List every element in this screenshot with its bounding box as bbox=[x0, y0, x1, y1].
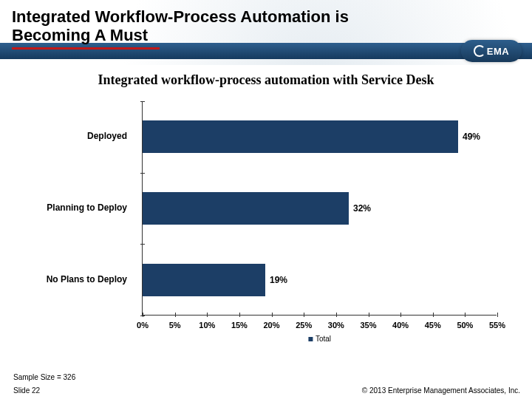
x-tick bbox=[497, 313, 498, 317]
x-tick-label: 0% bbox=[137, 321, 149, 330]
category-deployed: Deployed bbox=[38, 131, 127, 141]
x-tick bbox=[239, 313, 240, 317]
y-tick bbox=[140, 101, 145, 102]
x-tick-label: 15% bbox=[231, 321, 248, 330]
x-tick-label: 55% bbox=[489, 321, 505, 330]
x-tick bbox=[207, 313, 208, 317]
x-tick bbox=[465, 313, 466, 317]
bar-value-noplans: 19% bbox=[270, 275, 287, 285]
x-tick-label: 45% bbox=[425, 321, 441, 330]
x-tick bbox=[143, 313, 143, 317]
x-tick bbox=[272, 313, 273, 317]
x-tick-label: 30% bbox=[328, 321, 344, 330]
bar-row-deployed: 49% bbox=[143, 120, 480, 153]
x-tick bbox=[369, 313, 369, 317]
bar-row-planning: 32% bbox=[143, 192, 371, 225]
x-tick-label: 10% bbox=[199, 321, 215, 330]
x-tick bbox=[304, 313, 304, 317]
legend-label: Total bbox=[316, 335, 331, 343]
x-tick bbox=[433, 313, 434, 317]
plot-area: 49% Deployed 32% Planning to Deploy 19% … bbox=[142, 101, 497, 316]
chart-area: Integrated workflow-process automation w… bbox=[0, 66, 532, 338]
chart-title: Integrated workflow-process automation w… bbox=[0, 72, 532, 88]
y-tick bbox=[140, 173, 145, 174]
logo-swirl-icon bbox=[474, 45, 485, 57]
bar-value-planning: 32% bbox=[353, 203, 371, 214]
bar-noplans bbox=[143, 264, 265, 296]
x-tick-label: 40% bbox=[392, 321, 409, 330]
chart-legend: Total bbox=[308, 335, 331, 343]
x-tick-label: 20% bbox=[263, 321, 279, 330]
x-tick bbox=[400, 313, 401, 317]
bar-deployed bbox=[143, 120, 458, 153]
slide-header: Integrated Workflow-Process Automation i… bbox=[0, 0, 532, 65]
ema-logo: EMA bbox=[461, 40, 522, 62]
logo-text: EMA bbox=[487, 46, 509, 57]
x-tick bbox=[336, 313, 337, 317]
bar-planning bbox=[143, 192, 349, 225]
header-band bbox=[0, 43, 532, 59]
x-tick-label: 35% bbox=[360, 321, 376, 330]
slide-title: Integrated Workflow-Process Automation i… bbox=[12, 7, 349, 45]
title-underline bbox=[12, 47, 160, 50]
copyright: © 2013 Enterprise Management Associates,… bbox=[362, 386, 520, 395]
x-tick-label: 50% bbox=[457, 321, 473, 330]
category-planning: Planning to Deploy bbox=[38, 202, 127, 213]
sample-size: Sample Size = 326 bbox=[13, 373, 75, 381]
title-line1: Integrated Workflow-Process Automation i… bbox=[12, 7, 349, 26]
legend-swatch-icon bbox=[308, 337, 313, 341]
x-tick bbox=[175, 313, 176, 317]
x-tick-label: 5% bbox=[169, 321, 181, 330]
title-line2: Becoming A Must bbox=[12, 26, 148, 44]
bar-row-noplans: 19% bbox=[143, 264, 287, 296]
bar-value-deployed: 49% bbox=[463, 132, 480, 142]
slide-number: Slide 22 bbox=[13, 386, 40, 395]
category-noplans: No Plans to Deploy bbox=[38, 274, 127, 284]
y-tick bbox=[140, 244, 145, 245]
x-tick-label: 25% bbox=[296, 321, 312, 330]
bar-chart: 49% Deployed 32% Planning to Deploy 19% … bbox=[81, 101, 510, 338]
